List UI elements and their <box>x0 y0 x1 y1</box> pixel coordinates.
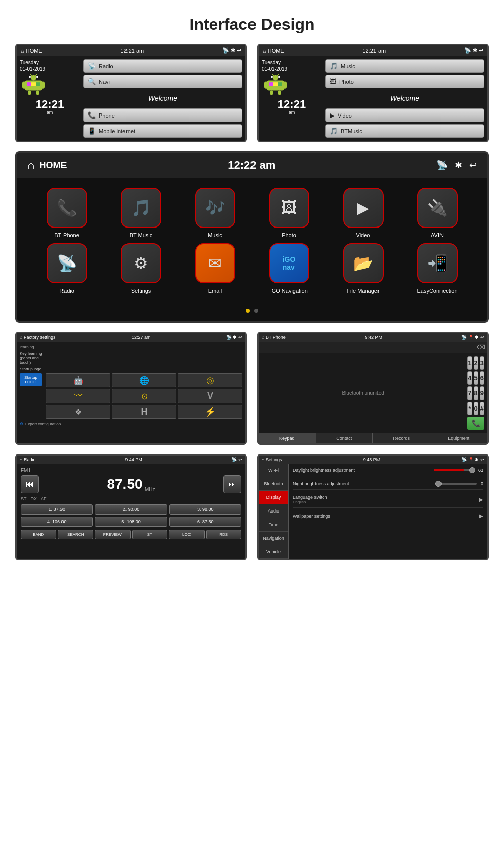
app-igo[interactable]: iGOnav iGO Navigation <box>255 243 324 294</box>
btmusic-btn[interactable]: 🎵 BTMusic <box>325 124 484 138</box>
daylight-thumb[interactable] <box>469 467 475 473</box>
num-5[interactable]: 5 <box>474 371 478 385</box>
num-2[interactable]: 2 <box>474 356 478 370</box>
backspace-icon[interactable]: ⌫ <box>477 344 485 351</box>
dot-2[interactable] <box>254 309 258 313</box>
radio-controls: ⏮ 87.50 MHz ⏭ <box>21 475 241 493</box>
phone-btn[interactable]: 📞 Phone <box>83 108 242 122</box>
num-7[interactable]: 7 <box>467 386 472 400</box>
num-3[interactable]: 3 <box>480 356 484 370</box>
preset-6[interactable]: 6. 87.50 <box>169 517 241 527</box>
logo-toyota[interactable]: ⊙ <box>112 389 176 403</box>
btphone-header: ⌂ BT Phone 9:42 PM 📡 📍 ✱ ↩ <box>259 333 487 342</box>
num-4[interactable]: 4 <box>467 371 472 385</box>
music-btn[interactable]: 🎵 Music <box>325 59 484 73</box>
tab-contact[interactable]: Contact <box>316 433 373 443</box>
radio-btn[interactable]: 📡 Radio <box>83 59 242 73</box>
tab-navigation[interactable]: Navigation <box>259 532 288 545</box>
num-hash[interactable]: # <box>480 402 484 415</box>
app-email[interactable]: ✉ Email <box>180 243 249 294</box>
num-6[interactable]: 6 <box>480 371 484 385</box>
radio-screen: ⌂ Radio 9:44 PM 📡 ↩ FM1 ⏮ 87.50 MHz ⏭ ST… <box>15 454 247 560</box>
preset-1[interactable]: 1. 87.50 <box>21 504 93 515</box>
preset-3[interactable]: 3. 98.00 <box>169 504 241 515</box>
tab-vehicle[interactable]: Vehicle <box>259 545 288 559</box>
logo-honda[interactable]: H <box>112 405 176 419</box>
loc-btn[interactable]: LOC <box>169 530 205 539</box>
app-photo[interactable]: 🖼 Photo <box>255 188 324 238</box>
backspace-area: ⌫ <box>259 342 487 353</box>
svg-rect-23 <box>269 82 273 86</box>
app-music-icon: 🎶 <box>195 188 235 228</box>
mobile-internet-btn[interactable]: 📱 Mobile internet <box>83 124 242 138</box>
video-btn[interactable]: ▶ Video <box>325 108 484 122</box>
logo-circle[interactable]: ◎ <box>178 373 242 387</box>
app-igo-icon: iGOnav <box>269 243 309 283</box>
tab-display[interactable]: Display <box>259 491 288 504</box>
search-btn[interactable]: SEARCH <box>58 530 94 539</box>
svg-point-13 <box>273 75 278 81</box>
tab-time[interactable]: Time <box>259 518 288 532</box>
num-star[interactable]: * <box>467 402 472 415</box>
app-bt-phone[interactable]: 📞 BT Phone <box>32 188 101 238</box>
preset-4[interactable]: 4. 106.00 <box>21 517 93 527</box>
wallpaper-arrow[interactable]: ▶ <box>479 513 483 519</box>
app-easy-connection[interactable]: 📲 EasyConnection <box>403 243 472 294</box>
logo-citroen[interactable]: 〰 <box>46 389 110 403</box>
band-btn[interactable]: BAND <box>21 530 56 539</box>
tab-equipment[interactable]: Equipment <box>430 433 488 443</box>
logo-grid: 🤖 🌐 ◎ 〰 ⊙ V ❖ H ⚡ <box>46 373 242 419</box>
logo-globe[interactable]: 🌐 <box>112 373 176 387</box>
welcome-text: Welcome <box>83 90 242 106</box>
rds-btn[interactable]: RDS <box>206 530 242 539</box>
dot-1[interactable] <box>246 309 250 313</box>
clock-am: am <box>20 110 80 115</box>
tab-bluetooth[interactable]: Bluetooth <box>259 477 288 491</box>
num-0[interactable]: 0 <box>474 402 478 415</box>
daylight-slider[interactable] <box>434 469 474 471</box>
photo-btn[interactable]: 🖼 Photo <box>325 75 484 88</box>
freq-value: 87.50 <box>107 476 142 492</box>
app-settings-label: Settings <box>131 288 151 294</box>
svg-point-0 <box>31 75 36 81</box>
st-btn[interactable]: ST <box>132 530 168 539</box>
bottom-row-1: ⌂ Factory settings 12:27 am 📡 ✱ ↩ learni… <box>15 332 489 445</box>
preview-btn[interactable]: PREVIEW <box>95 530 131 539</box>
preset-5[interactable]: 5. 108.00 <box>95 517 167 527</box>
tab-wifi[interactable]: Wi-Fi <box>259 464 288 477</box>
app-music[interactable]: 🎶 Music <box>180 188 249 238</box>
tab-audio[interactable]: Audio <box>259 504 288 518</box>
factory-key-learning-row: Key learning (panel and touch) <box>20 351 242 365</box>
num-8[interactable]: 8 <box>474 386 478 400</box>
app-file-manager[interactable]: 📂 File Manager <box>329 243 398 294</box>
app-video[interactable]: ▶ Video <box>329 188 398 238</box>
preset-2[interactable]: 2. 90.00 <box>95 504 167 515</box>
logo-buick[interactable]: ❖ <box>46 405 110 419</box>
learning-label: learning <box>20 345 242 349</box>
tab-records[interactable]: Records <box>373 433 430 443</box>
svg-line-17 <box>277 74 279 76</box>
svg-rect-9 <box>36 90 39 95</box>
app-avin[interactable]: 🔌 AVIN <box>403 188 472 238</box>
night-thumb[interactable] <box>435 481 442 487</box>
night-slider[interactable] <box>436 483 477 485</box>
language-arrow[interactable]: ▶ <box>479 497 483 502</box>
app-settings[interactable]: ⚙ Settings <box>106 243 175 294</box>
num-1[interactable]: 1 <box>467 356 472 370</box>
app-radio[interactable]: 📡 Radio <box>32 243 101 294</box>
language-name: Language switch <box>293 495 327 500</box>
btphone-home-icon: ⌂ BT Phone <box>262 335 286 340</box>
startup-logo-btn[interactable]: Startup LOGO <box>20 373 42 386</box>
logo-vw[interactable]: V <box>178 389 242 403</box>
next-btn[interactable]: ⏭ <box>223 475 241 493</box>
logo-android[interactable]: 🤖 <box>46 373 110 387</box>
tab-keypad[interactable]: Keypad <box>259 433 316 443</box>
num-9[interactable]: 9 <box>480 386 484 400</box>
night-brightness-row: Night brightness adjustment 0 <box>293 481 483 490</box>
call-btn[interactable]: 📞 <box>467 417 484 430</box>
music-icon: 🎵 <box>330 62 338 70</box>
logo-chevrolet[interactable]: ⚡ <box>178 405 242 419</box>
navi-btn[interactable]: 🔍 Navi <box>83 75 242 88</box>
prev-btn[interactable]: ⏮ <box>21 475 39 493</box>
app-bt-music[interactable]: 🎵 BT Music <box>106 188 175 238</box>
